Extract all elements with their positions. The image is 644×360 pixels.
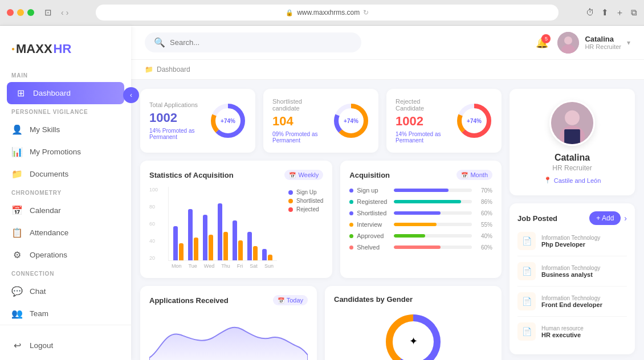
- notifications-button[interactable]: 🔔 5: [536, 36, 548, 49]
- section-connection-label: Connection: [0, 266, 131, 280]
- acquisition-row: Sign up 70%: [349, 187, 492, 194]
- x-label: Mon: [172, 263, 182, 269]
- sidebar-item-calendar[interactable]: 📅 Calendar: [0, 199, 131, 222]
- sidebar-item-dashboard[interactable]: ⊞ Dashboard: [7, 82, 124, 104]
- forward-button[interactable]: ›: [66, 8, 69, 17]
- dashboard-icon: ⊞: [15, 88, 26, 99]
- lock-icon: 🔒: [286, 9, 294, 17]
- notification-badge: 5: [541, 34, 551, 43]
- job-icon: 📄: [517, 322, 536, 341]
- stat-label: Total Applications: [149, 101, 203, 108]
- sidebar-item-attendance[interactable]: 📋 Attendance: [0, 222, 131, 244]
- promotions-icon: 📊: [11, 146, 23, 157]
- stat-footer: 14% Promoted as Permanent: [396, 131, 449, 144]
- acquisition-card: Acquisition 📅 Month Sign up 70%: [340, 161, 502, 278]
- app-logo: ● MAXX HR: [0, 35, 131, 68]
- stat-value: 104: [272, 114, 326, 129]
- chart-filter[interactable]: 📅 Month: [456, 170, 492, 180]
- stat-label: Rejected Candidate: [396, 98, 449, 112]
- sidebar-toggle-icon[interactable]: ⊡: [44, 7, 52, 18]
- stat-pct: 14%: [149, 128, 161, 134]
- sidebar-item-my-skills[interactable]: 👤 My Skills: [0, 118, 131, 141]
- donut-chart: +74%: [333, 103, 369, 139]
- x-label: Sun: [264, 263, 274, 269]
- job-item[interactable]: 📄 Information Technology Business analys…: [517, 262, 627, 287]
- breadcrumb: 📁 Dashboard: [131, 60, 644, 80]
- svg-point-1: [564, 36, 572, 44]
- breadcrumb-label: Dashboard: [157, 66, 190, 73]
- donut-chart: +74%: [210, 103, 246, 139]
- right-panel: Catalina HR Recruiter 📍 Castile and León…: [510, 89, 635, 351]
- minimize-dot[interactable]: [17, 9, 24, 16]
- profile-location: 📍 Castile and León: [519, 177, 626, 184]
- charts-row-2: Applications Received 📅 Today: [140, 286, 502, 360]
- address-bar[interactable]: 🔒 www.maxxhrms.com ↻: [96, 5, 559, 21]
- sidebar-item-label: Chat: [30, 287, 46, 296]
- acquisition-row: Registered 86%: [349, 198, 492, 205]
- documents-icon: 📁: [11, 169, 23, 179]
- maximize-dot[interactable]: [27, 9, 34, 16]
- main-content: 🔍 🔔 5 Catali: [131, 26, 644, 360]
- job-posted-card: Job Posted + Add › 📄 Information Technol…: [510, 203, 635, 354]
- section-main-label: Main: [0, 68, 131, 82]
- user-profile[interactable]: Catalina HR Recruiter ▾: [557, 32, 630, 54]
- stats-acquisition-card: Statistics of Acquisition 📅 Weekly 10080…: [140, 161, 332, 278]
- acquisition-row: Shortlisted 60%: [349, 210, 492, 216]
- sidebar-item-documents[interactable]: 📁 Documents: [0, 163, 131, 185]
- chart-title: Candidates by Gender: [334, 295, 413, 304]
- new-tab-icon[interactable]: ＋: [616, 7, 624, 18]
- back-button[interactable]: ‹: [61, 8, 64, 17]
- operations-icon: ⚙: [11, 249, 23, 260]
- history-icon[interactable]: ⏱: [586, 7, 594, 18]
- share-icon[interactable]: ⬆: [601, 7, 609, 18]
- calendar-icon: 📅: [11, 205, 23, 216]
- sidebar-item-label: Dashboard: [33, 89, 71, 97]
- job-item[interactable]: 📄 Information Technology Front End devel…: [517, 292, 627, 317]
- content-area: Total Applications 1002 14% Promoted as …: [131, 80, 644, 360]
- job-category: Information Technology: [541, 235, 627, 241]
- job-title: Php Developer: [541, 241, 627, 248]
- x-label: Fri: [237, 263, 243, 269]
- folder-icon: 📁: [145, 66, 153, 73]
- svg-text:✦: ✦: [409, 336, 418, 347]
- donut-percent: +74%: [467, 118, 482, 124]
- x-label: Tue: [189, 263, 197, 269]
- sidebar-item-chat[interactable]: 💬 Chat: [0, 280, 131, 302]
- refresh-icon[interactable]: ↻: [363, 9, 369, 17]
- job-item[interactable]: 📄 Information Technology Php Developer: [517, 232, 627, 256]
- job-icon: 📄: [517, 262, 536, 280]
- add-job-button[interactable]: + Add: [589, 211, 621, 225]
- sidebar-item-logout[interactable]: ↩ Logout: [0, 334, 131, 357]
- sidebar-item-promotions[interactable]: 📊 My Promotions: [0, 141, 131, 163]
- profile-role: HR Recruiter: [519, 164, 626, 172]
- url-text: www.maxxhrms.com: [297, 9, 360, 17]
- profile-card: Catalina HR Recruiter 📍 Castile and León: [510, 89, 635, 195]
- close-dot[interactable]: [7, 9, 14, 16]
- search-box[interactable]: 🔍: [145, 32, 361, 52]
- chevron-right-icon[interactable]: ›: [624, 214, 627, 223]
- applications-received-card: Applications Received 📅 Today: [140, 286, 317, 360]
- job-category: Human resource: [541, 325, 627, 332]
- attendance-icon: 📋: [11, 227, 23, 238]
- sidebar-item-operations[interactable]: ⚙ Operations: [0, 244, 131, 266]
- sidebar-collapse-button[interactable]: ‹: [123, 87, 139, 103]
- sidebar-item-team[interactable]: 👥 Team: [0, 302, 131, 325]
- tabs-icon[interactable]: ⧉: [631, 7, 637, 18]
- sidebar-item-label: Documents: [30, 170, 68, 178]
- stat-pct: 14%: [396, 131, 407, 137]
- sidebar-item-label: Team: [30, 309, 48, 318]
- job-posted-title: Job Posted: [517, 214, 557, 223]
- acquisition-row: Approved 40%: [349, 232, 492, 239]
- chart-title: Acquisition: [349, 171, 390, 179]
- job-item[interactable]: 📄 Human resource HR executive: [517, 322, 627, 346]
- section-personnel-label: Personnel Vigilance: [0, 104, 131, 118]
- chart-title: Applications Received: [149, 296, 229, 305]
- area-chart: [149, 312, 308, 360]
- sidebar: ● MAXX HR ‹ Main ⊞ Dashboard Personnel V…: [0, 26, 131, 360]
- search-input[interactable]: [170, 38, 352, 47]
- stat-footer: 09% Promoted as Permanent: [272, 131, 326, 144]
- sidebar-item-label: My Promotions: [30, 148, 81, 156]
- chart-filter[interactable]: 📅 Today: [273, 295, 308, 305]
- team-icon: 👥: [11, 308, 23, 319]
- chart-filter[interactable]: 📅 Weekly: [284, 170, 323, 180]
